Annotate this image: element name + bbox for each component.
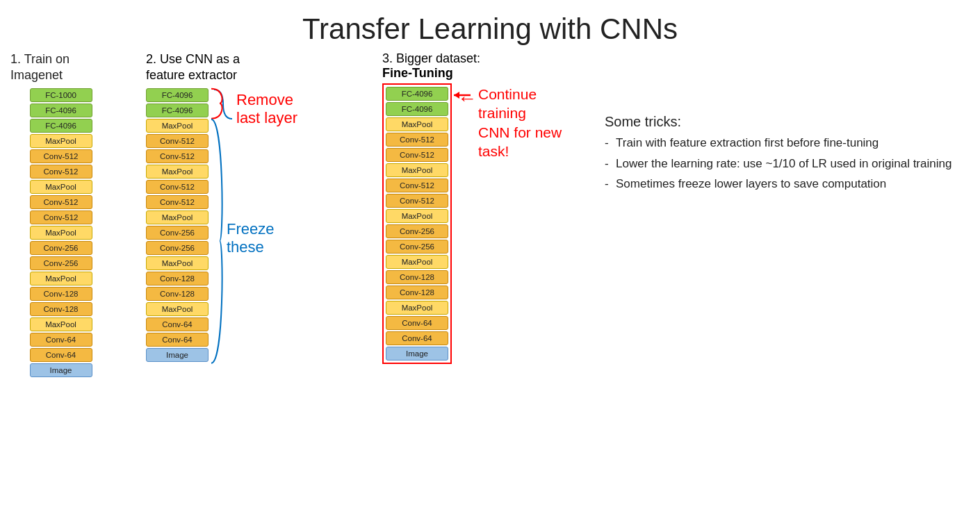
- layer-conv512: Conv-512: [30, 149, 92, 163]
- layer-maxpool: MaxPool: [30, 180, 92, 194]
- trick-item: Train with feature extraction first befo…: [605, 134, 970, 152]
- layer-maxpool: MaxPool: [146, 210, 209, 224]
- layer-conv512: Conv-512: [30, 195, 92, 209]
- continue-area: ← Continue training CNN for new task!: [457, 83, 584, 160]
- layer-conv128: Conv-128: [30, 287, 92, 301]
- section3-header: 3. Bigger dataset: Fine-Tuning: [382, 51, 584, 81]
- layer-conv64: Conv-64: [386, 316, 448, 330]
- page-title: Transfer Learning with CNNs: [0, 0, 980, 51]
- layer-maxpool: MaxPool: [146, 302, 209, 316]
- section3-layout: FC-4096FC-4096MaxPoolConv-512Conv-512Max…: [382, 83, 584, 364]
- left-arrow-icon: ←: [457, 88, 477, 110]
- layer-conv64: Conv-64: [146, 317, 209, 331]
- layer-fc4096: FC-4096: [30, 104, 92, 117]
- layer-maxpool: MaxPool: [146, 256, 209, 270]
- layer-conv512: Conv-512: [386, 179, 448, 192]
- layer-fc4096: FC-4096: [386, 87, 448, 101]
- layer-conv512: Conv-512: [30, 210, 92, 224]
- layer-conv128: Conv-128: [30, 302, 92, 316]
- section2-column: FC-4096FC-4096MaxPoolConv-512Conv-512Max…: [146, 88, 209, 362]
- remove-brace-svg: [213, 88, 234, 120]
- section2-layout: FC-4096FC-4096MaxPoolConv-512Conv-512Max…: [146, 88, 368, 362]
- layer-image: Image: [146, 348, 209, 362]
- layer-maxpool: MaxPool: [386, 255, 448, 269]
- layer-conv64: Conv-64: [386, 331, 448, 345]
- layer-conv512: Conv-512: [146, 195, 209, 209]
- layer-conv64: Conv-64: [30, 333, 92, 347]
- layer-maxpool: MaxPool: [30, 134, 92, 148]
- layer-conv256: Conv-256: [386, 224, 448, 238]
- layer-maxpool: MaxPool: [30, 317, 92, 331]
- layer-maxpool: MaxPool: [146, 119, 209, 133]
- layer-fc4096: FC-4096: [146, 88, 209, 102]
- layer-conv256: Conv-256: [30, 256, 92, 270]
- layer-maxpool: MaxPool: [386, 209, 448, 223]
- brace-area: Remove last layer: [213, 88, 297, 128]
- section2-header: 2. Use CNN as a feature extractor: [146, 51, 368, 84]
- layer-conv256: Conv-256: [146, 241, 209, 255]
- remove-annotation: Remove last layer: [213, 88, 297, 128]
- layer-conv128: Conv-128: [146, 272, 209, 285]
- section4: Some tricks: Train with feature extracti…: [591, 51, 970, 196]
- layer-maxpool: MaxPool: [386, 301, 448, 315]
- section2: 2. Use CNN as a feature extractor FC-409…: [146, 51, 368, 362]
- layer-fc4096: FC-4096: [386, 102, 448, 116]
- layer-conv512: Conv-512: [386, 194, 448, 208]
- layer-conv512: Conv-512: [146, 134, 209, 148]
- layer-fc4096: FC-4096: [30, 119, 92, 133]
- page: Transfer Learning with CNNs 1. Train on …: [0, 0, 980, 377]
- remove-label: Remove last layer: [236, 91, 297, 128]
- layer-conv128: Conv-128: [146, 287, 209, 301]
- layer-maxpool: MaxPool: [386, 163, 448, 177]
- section1: 1. Train on Imagenet FC-1000FC-4096FC-40…: [10, 51, 111, 377]
- layer-fc1000: FC-1000: [30, 88, 92, 102]
- layer-image: Image: [386, 347, 448, 361]
- layer-maxpool: MaxPool: [386, 117, 448, 131]
- red-border-wrapper: FC-4096FC-4096MaxPoolConv-512Conv-512Max…: [382, 83, 452, 364]
- layer-conv512: Conv-512: [386, 148, 448, 162]
- tricks-list: Train with feature extraction first befo…: [605, 134, 970, 196]
- layer-conv64: Conv-64: [30, 348, 92, 362]
- layer-conv256: Conv-256: [386, 240, 448, 254]
- layer-maxpool: MaxPool: [30, 226, 92, 240]
- layer-conv512: Conv-512: [146, 149, 209, 163]
- layer-image: Image: [30, 363, 92, 377]
- layer-conv512: Conv-512: [146, 180, 209, 194]
- layer-conv256: Conv-256: [146, 226, 209, 240]
- layer-conv64: Conv-64: [146, 333, 209, 347]
- section3: 3. Bigger dataset: Fine-Tuning FC-4096FC…: [382, 51, 584, 364]
- layer-conv256: Conv-256: [30, 241, 92, 255]
- layer-maxpool: MaxPool: [146, 165, 209, 179]
- layer-conv128: Conv-128: [386, 285, 448, 299]
- sections-row: 1. Train on Imagenet FC-1000FC-4096FC-40…: [0, 51, 980, 377]
- section1-header: 1. Train on Imagenet: [10, 51, 111, 84]
- section1-column: FC-1000FC-4096FC-4096MaxPoolConv-512Conv…: [10, 88, 111, 377]
- section3-column: FC-4096FC-4096MaxPoolConv-512Conv-512Max…: [386, 87, 448, 361]
- tricks-title: Some tricks:: [605, 114, 970, 130]
- layer-fc4096: FC-4096: [146, 104, 209, 117]
- layer-conv128: Conv-128: [386, 270, 448, 284]
- layer-conv512: Conv-512: [30, 165, 92, 179]
- trick-item: Lower the learning rate: use ~1/10 of LR…: [605, 155, 970, 173]
- layer-conv512: Conv-512: [386, 133, 448, 147]
- layer-maxpool: MaxPool: [30, 272, 92, 285]
- continue-label: Continue training CNN for new task!: [478, 85, 584, 160]
- trick-item: Sometimes freeze lower layers to save co…: [605, 175, 970, 193]
